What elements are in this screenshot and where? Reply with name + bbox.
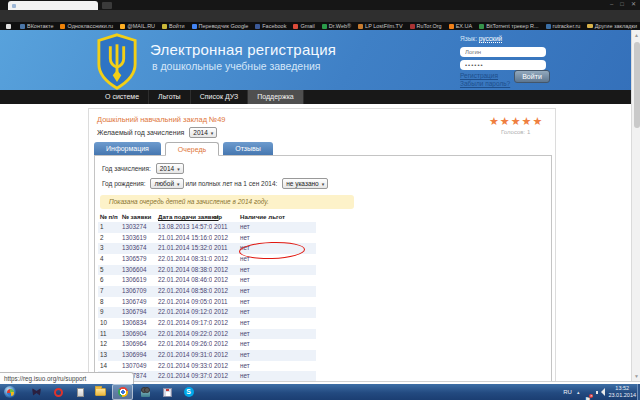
taskbar-movie-studio-icon[interactable]	[135, 384, 156, 400]
cell-row-number: 2	[98, 233, 120, 244]
bookmark-item[interactable]: @MAIL.RU	[120, 23, 155, 29]
queue-table-header[interactable]: № заявки	[120, 213, 156, 222]
queue-table-header[interactable]: № п/п	[98, 213, 120, 222]
window-close-button[interactable]: ✕	[631, 0, 636, 10]
bookmark-item[interactable]: Переводчик Google	[192, 23, 249, 29]
site-header: Электронная регистрация в дошкольные уче…	[0, 30, 640, 90]
nav-item[interactable]: Льготы	[149, 90, 191, 104]
cell-application-date: 22.01.2014 09:26:00	[156, 339, 212, 350]
bookmark-label: LP LostFilm.TV	[365, 23, 403, 29]
queue-table-header[interactable]: г/р	[212, 213, 238, 222]
bookmark-item[interactable]: Gmail	[293, 23, 314, 29]
folder-icon	[587, 24, 593, 28]
bookmark-item[interactable]: Facebook	[255, 23, 286, 29]
password-input[interactable]	[460, 60, 546, 70]
queue-table: № п/п№ заявкиДата подачи заявкиг/рНаличи…	[98, 213, 316, 384]
register-link[interactable]: Регистрация	[460, 72, 498, 79]
rating-votes: Голосов: 1	[501, 129, 530, 135]
cell-row-number: 10	[98, 318, 120, 329]
nav-item[interactable]: Поддержка	[248, 90, 304, 104]
bookmark-item[interactable]	[6, 24, 13, 29]
taskbar-document-icon[interactable]	[70, 384, 91, 400]
browser-tab-strip: – □ ✕	[0, 0, 640, 10]
cell-row-number: 9	[98, 307, 120, 318]
cell-application-date: 21.01.2014 15:32:00	[156, 243, 212, 254]
bookmark-label: @MAIL.RU	[127, 23, 155, 29]
nav-item[interactable]: О системе	[96, 90, 149, 104]
cell-row-number: 6	[98, 275, 120, 286]
queue-table-header-row: № п/п№ заявкиДата подачи заявкиг/рНаличи…	[98, 213, 316, 222]
cell-benefits: нет	[238, 275, 316, 286]
other-bookmarks-button[interactable]: Другие закладки	[583, 22, 637, 30]
tray-clock[interactable]: 13:52 23.01.2014	[608, 385, 636, 399]
bookmark-label: Dr.Web®	[329, 23, 351, 29]
bookmark-favicon-icon	[479, 24, 484, 29]
tray-expand-icon[interactable]: ▴	[577, 389, 580, 395]
bookmark-favicon-icon	[449, 24, 454, 29]
tab-queue[interactable]: Очередь	[165, 142, 219, 156]
cell-row-number: 14	[98, 361, 120, 372]
tabs-bar: Информация Очередь Отзывы	[94, 142, 277, 156]
bookmark-item[interactable]: rutracker.ru	[546, 23, 581, 29]
taskbar-skype-icon[interactable]: S	[178, 384, 199, 400]
forgot-password-link[interactable]: Забыли пароль?	[460, 80, 510, 87]
bookmark-label: ВКонтакте	[27, 23, 53, 29]
queue-table-header[interactable]: Наличие льгот	[238, 213, 316, 222]
bookmark-item[interactable]: ВКонтакте	[20, 23, 53, 29]
bookmark-favicon-icon	[192, 24, 197, 29]
language-link[interactable]: русский	[479, 35, 502, 43]
bookmark-label: Одноклассники.ru	[67, 23, 113, 29]
bookmark-item[interactable]: LP LostFilm.TV	[358, 23, 403, 29]
cell-application-number: 1306964	[120, 339, 156, 350]
enroll-year-select[interactable]: 2014	[156, 163, 184, 174]
age-select[interactable]: не указано	[282, 178, 328, 189]
cell-benefits: нет	[238, 318, 316, 329]
queue-table-row: 10 1306834 22.01.2014 09:17:00 2012 нет	[98, 318, 316, 329]
queue-table-header[interactable]: Дата подачи заявки	[156, 213, 212, 222]
cell-birth-year: 2011	[212, 243, 238, 254]
cell-application-date: 22.01.2014 08:58:00	[156, 286, 212, 297]
tab-information[interactable]: Информация	[94, 142, 161, 155]
birth-year-select[interactable]: любой	[150, 178, 183, 189]
cell-application-number: 1303674	[120, 243, 156, 254]
queue-table-row: 11 1306904 22.01.2014 09:22:00 2012 нет	[98, 329, 316, 340]
scrollbar-thumb[interactable]	[634, 42, 640, 128]
scroll-down-icon[interactable]: ▼	[633, 373, 640, 379]
vertical-scrollbar[interactable]: ▲ ▼	[631, 30, 640, 381]
cell-application-number: 1306709	[120, 286, 156, 297]
start-button[interactable]	[4, 386, 16, 398]
bookmark-item[interactable]: Одноклассники.ru	[60, 23, 113, 29]
desired-year-select[interactable]: 2014	[189, 127, 217, 138]
status-bar-url: https://reg.isuo.org/ru/support	[0, 372, 134, 384]
volume-icon[interactable]	[596, 388, 603, 396]
browser-tab[interactable]	[8, 1, 98, 10]
scroll-up-icon[interactable]: ▲	[633, 32, 640, 38]
nav-item[interactable]: Список ДУЗ	[191, 90, 249, 104]
window-minimize-button[interactable]: –	[610, 0, 613, 10]
window-maximize-button[interactable]: □	[620, 0, 624, 10]
login-button[interactable]: Войти	[514, 70, 550, 83]
bookmark-item[interactable]: Войти	[162, 23, 184, 29]
bookmark-favicon-icon	[162, 24, 167, 29]
bookmark-item[interactable]: BitTorrent трекер R...	[479, 23, 538, 29]
school-link[interactable]: Дошкільний навчальний заклад №49	[97, 115, 226, 124]
taskbar-opera-icon[interactable]	[48, 384, 69, 400]
bookmark-item[interactable]: RuTor.Org	[410, 23, 442, 29]
taskbar-explorer-icon[interactable]	[90, 384, 111, 400]
bookmark-item[interactable]: Dr.Web®	[322, 23, 351, 29]
content-container: Дошкільний навчальний заклад №49 Желаемы…	[88, 108, 556, 384]
taskbar-chrome-icon[interactable]	[112, 384, 133, 400]
keyboard-language-indicator[interactable]: RU	[563, 389, 572, 395]
action-center-flag-icon[interactable]: ⚑✕	[584, 388, 591, 397]
login-input[interactable]	[460, 47, 546, 57]
rating-stars-icon[interactable]: ★★★★★	[489, 115, 543, 128]
bookmark-label: BitTorrent трекер R...	[486, 23, 538, 29]
system-tray: RU ▴ ⚑✕ 13:52 23.01.2014	[563, 384, 636, 400]
taskbar-floppy-app-icon[interactable]	[157, 384, 178, 400]
taskbar-mediaget-icon[interactable]	[26, 384, 47, 400]
queue-table-row: 12 1306964 22.01.2014 09:26:00 2012 нет	[98, 339, 316, 350]
tab-reviews[interactable]: Отзывы	[223, 142, 273, 155]
bookmark-item[interactable]: EX.UA	[449, 23, 473, 29]
cell-birth-year: 2012	[212, 286, 238, 297]
new-tab-button[interactable]	[102, 2, 112, 9]
